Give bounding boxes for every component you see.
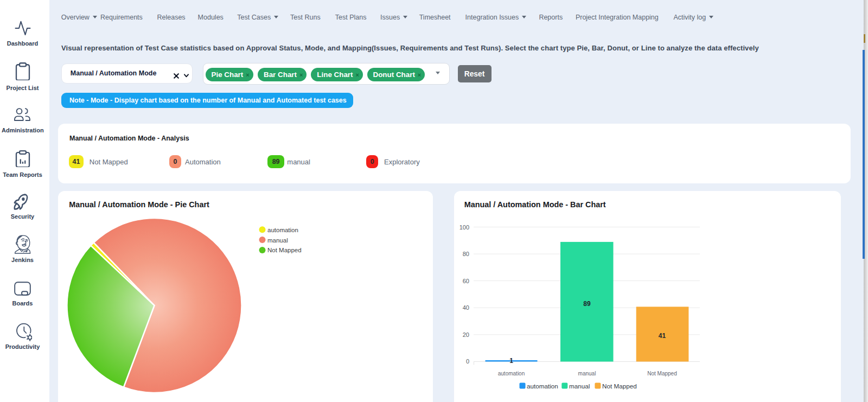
svg-text:80: 80 — [463, 251, 469, 257]
svg-text:automation: automation — [527, 382, 558, 390]
svg-text:89: 89 — [583, 300, 591, 308]
svg-text:1: 1 — [509, 357, 513, 365]
svg-text:100: 100 — [459, 224, 469, 231]
svg-text:40: 40 — [463, 304, 469, 311]
svg-text:manual: manual — [578, 371, 596, 377]
svg-text:manual: manual — [267, 237, 288, 244]
svg-text:automation: automation — [498, 371, 525, 377]
svg-text:0: 0 — [466, 358, 469, 365]
svg-text:automation: automation — [267, 227, 298, 233]
svg-text:20: 20 — [463, 331, 469, 338]
svg-text:41: 41 — [659, 332, 666, 340]
svg-text:60: 60 — [463, 278, 469, 284]
svg-text:Not Mapped: Not Mapped — [602, 382, 637, 390]
svg-text:Not Mapped: Not Mapped — [647, 371, 676, 377]
svg-text:Not Mapped: Not Mapped — [267, 247, 302, 253]
svg-text:manual: manual — [569, 382, 590, 390]
